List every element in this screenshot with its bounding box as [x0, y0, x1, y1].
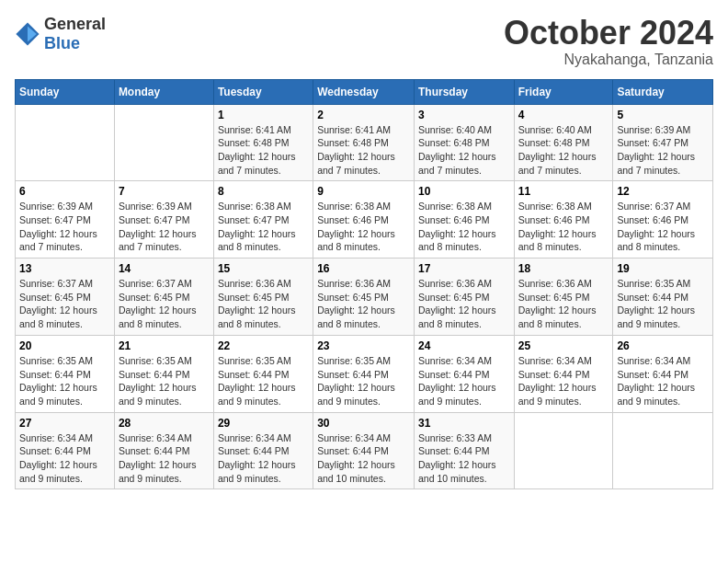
day-detail: Sunrise: 6:38 AM Sunset: 6:46 PM Dayligh…: [518, 200, 609, 254]
day-cell: 22Sunrise: 6:35 AM Sunset: 6:44 PM Dayli…: [213, 335, 313, 412]
day-cell: 27Sunrise: 6:34 AM Sunset: 6:44 PM Dayli…: [16, 412, 115, 489]
day-detail: Sunrise: 6:39 AM Sunset: 6:47 PM Dayligh…: [19, 200, 110, 254]
day-number: 29: [218, 417, 309, 430]
day-number: 19: [617, 262, 709, 275]
day-cell: 19Sunrise: 6:35 AM Sunset: 6:44 PM Dayli…: [613, 259, 713, 336]
day-number: 30: [317, 417, 410, 430]
day-detail: Sunrise: 6:40 AM Sunset: 6:48 PM Dayligh…: [518, 123, 609, 178]
day-detail: Sunrise: 6:36 AM Sunset: 6:45 PM Dayligh…: [418, 277, 510, 331]
day-detail: Sunrise: 6:34 AM Sunset: 6:44 PM Dayligh…: [119, 431, 210, 486]
day-detail: Sunrise: 6:37 AM Sunset: 6:45 PM Dayligh…: [19, 277, 110, 331]
day-number: 20: [19, 339, 110, 352]
day-number: 18: [518, 262, 609, 275]
header-cell-saturday: Saturday: [613, 79, 713, 104]
day-cell: 29Sunrise: 6:34 AM Sunset: 6:44 PM Dayli…: [213, 412, 313, 489]
day-number: 13: [19, 262, 110, 275]
day-number: 5: [617, 109, 709, 121]
day-detail: Sunrise: 6:34 AM Sunset: 6:44 PM Dayligh…: [418, 354, 510, 408]
day-number: 15: [218, 262, 309, 275]
day-detail: Sunrise: 6:35 AM Sunset: 6:44 PM Dayligh…: [218, 354, 309, 408]
day-number: 4: [518, 109, 609, 121]
day-detail: Sunrise: 6:34 AM Sunset: 6:44 PM Dayligh…: [218, 431, 309, 486]
day-detail: Sunrise: 6:40 AM Sunset: 6:48 PM Dayligh…: [418, 123, 510, 178]
week-row-3: 13Sunrise: 6:37 AM Sunset: 6:45 PM Dayli…: [16, 259, 713, 336]
page-header: General Blue October 2024 Nyakahanga, Ta…: [15, 15, 713, 68]
logo: General Blue: [15, 15, 106, 53]
week-row-5: 27Sunrise: 6:34 AM Sunset: 6:44 PM Dayli…: [16, 412, 713, 489]
day-number: 3: [418, 109, 510, 121]
day-detail: Sunrise: 6:35 AM Sunset: 6:44 PM Dayligh…: [19, 354, 110, 408]
day-cell: 15Sunrise: 6:36 AM Sunset: 6:45 PM Dayli…: [213, 259, 313, 336]
day-detail: Sunrise: 6:41 AM Sunset: 6:48 PM Dayligh…: [218, 123, 309, 178]
day-number: 2: [317, 109, 410, 121]
day-detail: Sunrise: 6:34 AM Sunset: 6:44 PM Dayligh…: [518, 354, 609, 408]
day-cell: 12Sunrise: 6:37 AM Sunset: 6:46 PM Dayli…: [613, 181, 713, 259]
day-number: 28: [119, 417, 210, 430]
day-detail: Sunrise: 6:38 AM Sunset: 6:47 PM Dayligh…: [218, 200, 309, 254]
day-number: 22: [218, 339, 309, 352]
day-cell: 7Sunrise: 6:39 AM Sunset: 6:47 PM Daylig…: [114, 181, 213, 259]
day-cell: 21Sunrise: 6:35 AM Sunset: 6:44 PM Dayli…: [114, 335, 213, 412]
logo-blue: Blue: [44, 34, 80, 52]
day-detail: Sunrise: 6:36 AM Sunset: 6:45 PM Dayligh…: [317, 277, 410, 331]
day-number: 9: [317, 185, 410, 198]
day-cell: 30Sunrise: 6:34 AM Sunset: 6:44 PM Dayli…: [313, 412, 415, 489]
day-cell: 9Sunrise: 6:38 AM Sunset: 6:46 PM Daylig…: [313, 181, 415, 259]
main-title: October 2024: [504, 15, 713, 52]
day-cell: 4Sunrise: 6:40 AM Sunset: 6:48 PM Daylig…: [514, 104, 613, 181]
header-cell-sunday: Sunday: [16, 79, 115, 104]
day-detail: Sunrise: 6:41 AM Sunset: 6:48 PM Dayligh…: [317, 123, 410, 178]
day-cell: 8Sunrise: 6:38 AM Sunset: 6:47 PM Daylig…: [213, 181, 313, 259]
header-cell-friday: Friday: [514, 79, 613, 104]
day-cell: 26Sunrise: 6:34 AM Sunset: 6:44 PM Dayli…: [613, 335, 713, 412]
day-cell: 2Sunrise: 6:41 AM Sunset: 6:48 PM Daylig…: [313, 104, 415, 181]
day-detail: Sunrise: 6:33 AM Sunset: 6:44 PM Dayligh…: [418, 431, 510, 486]
day-number: 17: [418, 262, 510, 275]
header-cell-monday: Monday: [114, 79, 213, 104]
day-cell: [514, 412, 613, 489]
day-detail: Sunrise: 6:36 AM Sunset: 6:45 PM Dayligh…: [218, 277, 309, 331]
day-cell: 1Sunrise: 6:41 AM Sunset: 6:48 PM Daylig…: [213, 104, 313, 181]
day-cell: 18Sunrise: 6:36 AM Sunset: 6:45 PM Dayli…: [514, 259, 613, 336]
day-detail: Sunrise: 6:38 AM Sunset: 6:46 PM Dayligh…: [418, 200, 510, 254]
logo-general: General: [44, 15, 106, 33]
day-cell: [613, 412, 713, 489]
day-detail: Sunrise: 6:37 AM Sunset: 6:45 PM Dayligh…: [119, 277, 210, 331]
day-number: 26: [617, 339, 709, 352]
day-number: 10: [418, 185, 510, 198]
day-cell: 3Sunrise: 6:40 AM Sunset: 6:48 PM Daylig…: [414, 104, 514, 181]
day-cell: 25Sunrise: 6:34 AM Sunset: 6:44 PM Dayli…: [514, 335, 613, 412]
day-cell: 5Sunrise: 6:39 AM Sunset: 6:47 PM Daylig…: [613, 104, 713, 181]
logo-icon: [15, 21, 40, 47]
day-detail: Sunrise: 6:39 AM Sunset: 6:47 PM Dayligh…: [119, 200, 210, 254]
day-cell: 10Sunrise: 6:38 AM Sunset: 6:46 PM Dayli…: [414, 181, 514, 259]
day-number: 6: [19, 185, 110, 198]
day-detail: Sunrise: 6:37 AM Sunset: 6:46 PM Dayligh…: [617, 200, 709, 254]
day-cell: 11Sunrise: 6:38 AM Sunset: 6:46 PM Dayli…: [514, 181, 613, 259]
day-cell: 16Sunrise: 6:36 AM Sunset: 6:45 PM Dayli…: [313, 259, 415, 336]
day-number: 24: [418, 339, 510, 352]
day-cell: 24Sunrise: 6:34 AM Sunset: 6:44 PM Dayli…: [414, 335, 514, 412]
day-number: 23: [317, 339, 410, 352]
day-number: 7: [119, 185, 210, 198]
day-number: 16: [317, 262, 410, 275]
week-row-1: 1Sunrise: 6:41 AM Sunset: 6:48 PM Daylig…: [16, 104, 713, 181]
calendar-table: SundayMondayTuesdayWednesdayThursdayFrid…: [15, 79, 713, 490]
day-detail: Sunrise: 6:38 AM Sunset: 6:46 PM Dayligh…: [317, 200, 410, 254]
calendar-header: SundayMondayTuesdayWednesdayThursdayFrid…: [16, 79, 713, 104]
day-cell: 17Sunrise: 6:36 AM Sunset: 6:45 PM Dayli…: [414, 259, 514, 336]
day-number: 21: [119, 339, 210, 352]
day-number: 11: [518, 185, 609, 198]
day-cell: 31Sunrise: 6:33 AM Sunset: 6:44 PM Dayli…: [414, 412, 514, 489]
day-cell: 14Sunrise: 6:37 AM Sunset: 6:45 PM Dayli…: [114, 259, 213, 336]
week-row-4: 20Sunrise: 6:35 AM Sunset: 6:44 PM Dayli…: [16, 335, 713, 412]
day-number: 12: [617, 185, 709, 198]
day-number: 14: [119, 262, 210, 275]
day-detail: Sunrise: 6:34 AM Sunset: 6:44 PM Dayligh…: [317, 431, 410, 486]
day-cell: 28Sunrise: 6:34 AM Sunset: 6:44 PM Dayli…: [114, 412, 213, 489]
week-row-2: 6Sunrise: 6:39 AM Sunset: 6:47 PM Daylig…: [16, 181, 713, 259]
header-cell-thursday: Thursday: [414, 79, 514, 104]
day-cell: [114, 104, 213, 181]
day-detail: Sunrise: 6:39 AM Sunset: 6:47 PM Dayligh…: [617, 123, 709, 178]
header-cell-tuesday: Tuesday: [213, 79, 313, 104]
